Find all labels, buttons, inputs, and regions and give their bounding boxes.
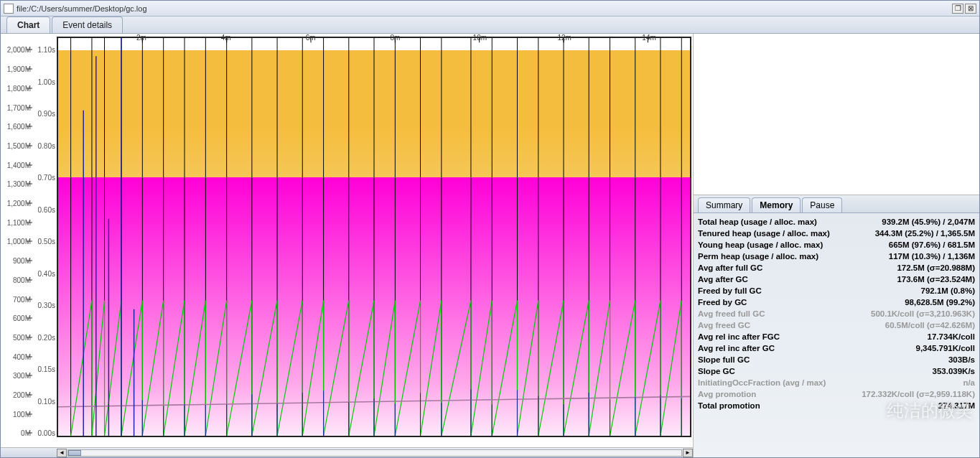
- y-right-tick: 0.00s: [38, 429, 55, 437]
- stat-label: Avg promotion: [698, 390, 756, 398]
- stat-value: 939.2M (45.9%) / 2,047M: [882, 218, 975, 226]
- svg-line-81: [589, 301, 610, 436]
- y-right-tick: 0.50s: [38, 238, 55, 246]
- side-empty-area: [694, 34, 979, 195]
- svg-line-61: [349, 301, 374, 436]
- y-right-tick: 0.80s: [38, 141, 55, 149]
- stat-value: 117M (10.3%) / 1,136M: [889, 252, 975, 261]
- x-tick-label: 14m: [642, 34, 655, 42]
- stat-row: Slope GC353.039K/s: [698, 365, 975, 377]
- tab-event-details[interactable]: Event details: [52, 17, 123, 33]
- svg-line-41: [121, 301, 142, 436]
- stat-value: 9,345.791K/coll: [916, 344, 975, 352]
- stat-value: 353.039K/s: [933, 367, 975, 375]
- content: 0M100M200M300M400M500M600M700M800M900M1,…: [1, 34, 979, 457]
- side-tabbar: Summary Memory Pause: [694, 195, 979, 213]
- stat-label: Total promotion: [698, 401, 760, 410]
- stat-row: Total promotion274.317M: [698, 400, 975, 411]
- stat-row: Freed by GC98,628.5M (99.2%): [698, 296, 975, 308]
- side-tab-memory[interactable]: Memory: [752, 197, 801, 212]
- stat-label: Avg freed GC: [698, 321, 750, 330]
- stat-row: Perm heap (usage / alloc. max)117M (10.3…: [698, 251, 975, 262]
- stat-label: Total heap (usage / alloc. max): [698, 218, 817, 226]
- chart-lines: [58, 38, 690, 436]
- stat-label: Avg freed full GC: [698, 309, 765, 318]
- stat-row: Freed by full GC792.1M (0.8%): [698, 285, 975, 296]
- y-right-tick: 0.40s: [38, 269, 55, 277]
- stat-label: Tenured heap (usage / alloc. max): [698, 229, 830, 238]
- stat-row: InitiatingOccFraction (avg / max)n/a: [698, 377, 975, 388]
- stat-row: Avg freed full GC500.1K/coll (σ=3,210.96…: [698, 308, 975, 319]
- close-button[interactable]: ⊠: [965, 4, 976, 14]
- svg-line-73: [492, 301, 517, 436]
- stat-value: 173.6M (σ=23.524M): [897, 275, 975, 284]
- stat-value: 98,628.5M (99.2%): [905, 298, 975, 307]
- stat-label: Avg after GC: [698, 275, 748, 284]
- svg-line-77: [538, 301, 564, 436]
- stat-row: Avg rel inc after FGC17.734K/coll: [698, 331, 975, 342]
- svg-line-67: [421, 301, 442, 436]
- y-right-tick: 0.60s: [38, 205, 55, 213]
- y-right-tick: 0.10s: [38, 397, 55, 405]
- tab-chart[interactable]: Chart: [6, 17, 50, 33]
- stat-row: Avg freed GC60.5M/coll (σ=42.626M): [698, 319, 975, 331]
- stat-value: 172.5M (σ=20.988M): [897, 263, 975, 272]
- y-right-tick: 0.70s: [38, 174, 55, 182]
- svg-line-69: [442, 301, 471, 436]
- stat-value: 665M (97.6%) / 681.5M: [889, 240, 975, 249]
- window-icon: [4, 4, 14, 14]
- svg-line-87: [661, 301, 681, 436]
- svg-line-75: [517, 301, 538, 436]
- horizontal-scrollbar[interactable]: ◄ ►: [1, 447, 693, 457]
- svg-line-51: [227, 301, 252, 436]
- chart-plot[interactable]: [57, 37, 691, 437]
- svg-line-53: [252, 301, 277, 436]
- svg-line-57: [302, 301, 323, 436]
- y-right-tick: 0.15s: [38, 365, 55, 373]
- stat-row: Slope full GC303B/s: [698, 354, 975, 365]
- scroll-left-button[interactable]: ◄: [57, 449, 67, 457]
- svg-line-79: [564, 301, 589, 436]
- stat-label: Perm heap (usage / alloc. max): [698, 252, 818, 261]
- chart-body: 0M100M200M300M400M500M600M700M800M900M1,…: [1, 34, 693, 447]
- svg-line-47: [185, 301, 205, 436]
- stat-value: 792.1M (0.8%): [921, 286, 975, 295]
- stat-value: 344.3M (25.2%) / 1,365.5M: [875, 229, 975, 238]
- stat-row: Avg promotion172.332K/coll (σ=2,959.118K…: [698, 388, 975, 400]
- side-tab-pause[interactable]: Pause: [802, 197, 842, 212]
- stat-value: 172.332K/coll (σ=2,959.118K): [862, 390, 975, 398]
- svg-line-65: [395, 301, 420, 436]
- maximize-button[interactable]: ❐: [952, 4, 963, 14]
- stat-value: 303B/s: [948, 355, 975, 364]
- y-right-tick: 0.20s: [38, 333, 55, 341]
- scroll-thumb[interactable]: [68, 450, 81, 456]
- stat-label: Avg rel inc after GC: [698, 344, 775, 352]
- svg-line-71: [471, 301, 492, 436]
- scroll-track[interactable]: [67, 449, 682, 457]
- svg-line-39: [105, 301, 121, 436]
- svg-line-35: [71, 301, 92, 436]
- stat-value: 500.1K/coll (σ=3,210.963K): [871, 309, 975, 318]
- svg-line-49: [205, 301, 226, 436]
- side-panel: Summary Memory Pause Total heap (usage /…: [694, 34, 979, 457]
- stat-row: Total heap (usage / alloc. max)939.2M (4…: [698, 216, 975, 228]
- y-axis-pause: 0.00s0.10s0.15s0.20s0.30s0.40s0.50s0.60s…: [32, 34, 57, 437]
- x-tick-label: 8m: [391, 34, 401, 42]
- x-tick-label: 6m: [306, 34, 316, 42]
- x-tick-label: 12m: [557, 34, 571, 42]
- svg-line-59: [324, 301, 349, 436]
- stat-label: Freed by GC: [698, 298, 747, 307]
- side-tab-summary[interactable]: Summary: [698, 197, 750, 212]
- x-tick-label: 4m: [221, 34, 231, 42]
- stat-row: Avg after full GC172.5M (σ=20.988M): [698, 262, 975, 274]
- chart-area: 0M100M200M300M400M500M600M700M800M900M1,…: [1, 34, 694, 457]
- stat-value: 17.734K/coll: [928, 332, 975, 341]
- stat-label: Young heap (usage / alloc. max): [698, 240, 823, 249]
- window-title: file:/C:/Users/summer/Desktop/gc.log: [17, 4, 951, 13]
- scroll-right-button[interactable]: ►: [683, 449, 693, 457]
- stat-label: Freed by full GC: [698, 286, 762, 295]
- stat-row: Tenured heap (usage / alloc. max)344.3M …: [698, 228, 975, 239]
- svg-line-85: [635, 301, 661, 436]
- stat-label: Slope full GC: [698, 355, 750, 364]
- stat-label: Avg rel inc after FGC: [698, 332, 780, 341]
